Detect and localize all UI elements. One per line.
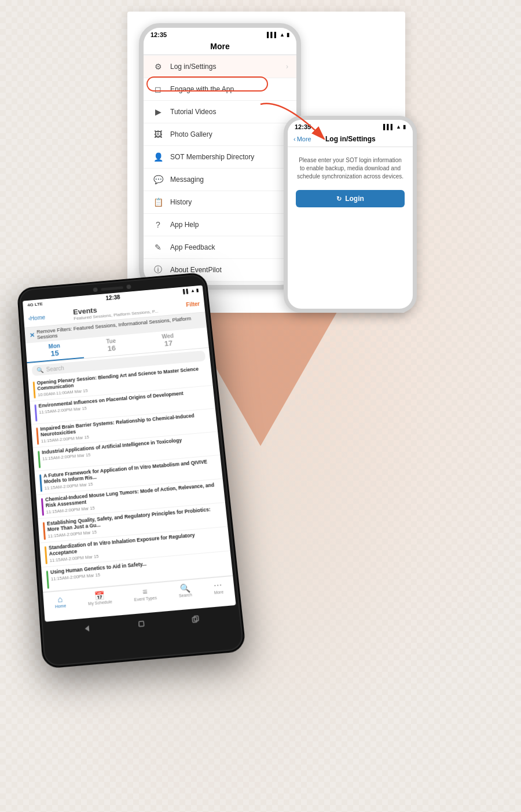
session-color-dot-8 [45, 546, 47, 564]
android-status-icons: ▌▌ ▲ ▮ [183, 288, 199, 294]
date-tab-wed[interactable]: Wed 17 [139, 328, 197, 353]
menu-item-login-label: Log in/Settings [170, 63, 216, 71]
session-color-dot-3 [36, 427, 39, 445]
settings-icon: ⚙ [152, 60, 164, 73]
menu-item-apphelp-label: App Help [170, 221, 199, 229]
android-recents-nav-btn[interactable] [190, 613, 201, 626]
android-time: 12:38 [105, 294, 120, 301]
menu-item-feedback[interactable]: ✎ App Feedback [144, 236, 296, 259]
iphone-login-status-icons: ▌▌▌ ▲ ▮ [383, 124, 406, 130]
iphone-more-title: More [210, 42, 229, 51]
menu-item-about-label: About EventPilot [170, 266, 222, 274]
iphone-more-nav-header: More [144, 39, 296, 55]
search-tab-icon: 🔍 [179, 584, 190, 593]
android-back-nav-btn[interactable] [82, 623, 93, 635]
login-button[interactable]: ↻ Login [296, 190, 405, 207]
more-menu-list: ⚙ Log in/Settings › ◻ Engage with the Ap… [144, 56, 296, 281]
android-filter-button[interactable]: Filter [186, 301, 200, 308]
menu-item-history-label: History [170, 198, 192, 206]
menu-item-directory-label: SOT Membership Directory [170, 153, 254, 161]
history-icon: 📋 [152, 196, 164, 209]
android-back-icon-svg [82, 623, 93, 634]
lte-indicator: 4G LTE [27, 301, 43, 308]
iphone-more-status-bar: 12:35 ▌▌▌ ▲ ▮ [144, 28, 296, 39]
feedback-icon: ✎ [152, 241, 164, 254]
menu-item-feedback-label: App Feedback [170, 243, 215, 251]
svg-rect-2 [139, 621, 144, 627]
chevron-icon: › [286, 63, 288, 71]
navigation-arrow [249, 93, 353, 162]
android-back-button[interactable]: ‹ Home [28, 314, 46, 321]
menu-item-engage-label: Engage with the App [170, 85, 234, 93]
wifi-icon: ▲ [280, 32, 285, 38]
date-tab-mon[interactable]: Mon 15 [25, 338, 84, 363]
android-battery-icon: ▮ [196, 288, 199, 293]
menu-item-messaging-label: Messaging [170, 175, 204, 184]
search-placeholder: Search [46, 365, 64, 372]
login-battery-icon: ▮ [403, 124, 406, 130]
login-wifi-icon: ▲ [396, 124, 401, 130]
about-icon: ⓘ [152, 264, 164, 276]
android-screen: 4G LTE 12:38 ▌▌ ▲ ▮ ‹ Home Events Featur… [23, 286, 236, 622]
battery-icon: ▮ [287, 32, 289, 38]
android-back-label: Home [30, 314, 46, 321]
android-home-nav-btn[interactable] [135, 618, 147, 630]
android-camera [93, 287, 98, 292]
menu-item-apphelp[interactable]: ? App Help [144, 214, 296, 236]
session-list: Opening Plenary Session: Blending Art an… [28, 363, 233, 592]
date-tab-tue[interactable]: Tue 16 [82, 334, 141, 359]
home-tab-label: Home [55, 603, 67, 609]
session-color-dot-6 [41, 498, 44, 515]
event-types-tab-label: Event Types [134, 595, 157, 602]
remove-filter-button[interactable]: ✕ [30, 331, 35, 339]
session-color-dot-4 [38, 451, 41, 468]
iphone-more-status-icons: ▌▌▌ ▲ ▮ [267, 32, 289, 38]
search-tab-label: Search [179, 592, 192, 598]
bottom-tab-event-types[interactable]: ≡ Event Types [133, 587, 157, 602]
session-color-dot-5 [39, 474, 42, 492]
svg-marker-1 [85, 626, 89, 632]
help-icon: ? [152, 218, 164, 231]
menu-item-history[interactable]: 📋 History [144, 191, 296, 214]
bottom-tab-search[interactable]: 🔍 Search [178, 583, 192, 598]
android-signal-icon: ▌▌ [183, 288, 190, 294]
messaging-icon: 💬 [152, 173, 164, 186]
tutorial-icon: ▶ [152, 105, 164, 118]
session-color-dot-7 [43, 522, 46, 540]
android-camera-2 [126, 284, 131, 289]
bottom-tab-more[interactable]: ⋯ More [213, 581, 224, 595]
login-button-label: Login [345, 195, 364, 203]
android-phone: 4G LTE 12:38 ▌▌ ▲ ▮ ‹ Home Events Featur… [17, 272, 247, 670]
bottom-tab-home[interactable]: ⌂ Home [54, 594, 67, 609]
photo-icon: 🖼 [152, 128, 164, 141]
event-types-icon: ≡ [142, 587, 148, 596]
bottom-tab-schedule[interactable]: 📅 My Schedule [87, 590, 112, 606]
more-tab-label: More [214, 590, 223, 595]
session-color-dot-9 [46, 570, 49, 588]
more-tab-icon: ⋯ [214, 581, 223, 590]
login-signal-icon: ▌▌▌ [383, 124, 394, 130]
session-color-dot-2 [34, 404, 37, 421]
android-speaker [101, 286, 123, 291]
date-tab-arrow [196, 328, 209, 349]
android-home-icon-svg [136, 619, 146, 629]
menu-item-tutorial-label: Tutorial Videos [170, 108, 216, 116]
home-icon: ⌂ [57, 595, 63, 603]
refresh-icon: ↻ [336, 195, 342, 203]
menu-item-messaging[interactable]: 💬 Messaging [144, 169, 296, 191]
menu-item-photo-label: Photo Gallery [170, 130, 212, 138]
schedule-tab-label: My Schedule [88, 599, 112, 606]
iphone-more-time: 12:35 [151, 31, 167, 38]
android-recents-icon-svg [190, 614, 201, 624]
android-wifi-icon: ▲ [190, 288, 196, 293]
session-color-dot-1 [33, 382, 36, 398]
schedule-icon: 📅 [94, 591, 105, 601]
directory-icon: 👤 [152, 151, 164, 163]
signal-icon: ▌▌▌ [267, 32, 278, 38]
engage-icon: ◻ [152, 83, 164, 96]
search-icon: 🔍 [36, 367, 43, 374]
menu-item-login[interactable]: ⚙ Log in/Settings › [144, 56, 296, 78]
